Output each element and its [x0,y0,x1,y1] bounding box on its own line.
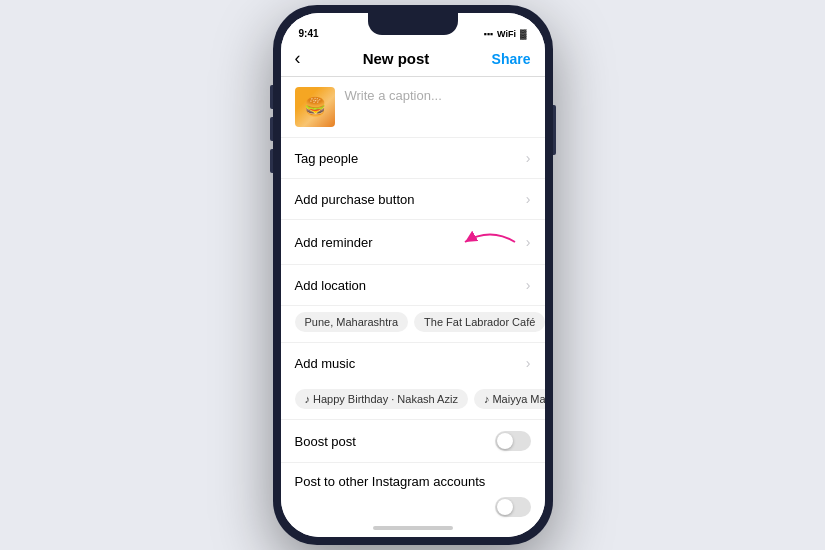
wifi-icon: WiFi [497,29,516,39]
music-track-1: Happy Birthday · Nakash Aziz [313,393,458,405]
home-indicator [281,519,545,537]
page-title: New post [363,50,430,67]
music-note-icon-1: ♪ [305,393,311,405]
tag-people-row[interactable]: Tag people › [281,138,545,179]
post-instagram-sub-row[interactable] [281,493,545,519]
boost-post-label: Boost post [295,434,356,449]
tag-people-chevron: › [526,150,531,166]
status-icons: ▪▪▪ WiFi ▓ [483,29,526,39]
caption-input[interactable]: Write a caption... [345,87,531,105]
tag-people-label: Tag people [295,151,359,166]
notch [368,13,458,35]
back-button[interactable]: ‹ [295,48,301,69]
add-music-section: Add music › ♪ Happy Birthday · Nakash Az… [281,343,545,420]
add-reminder-label: Add reminder [295,235,373,250]
boost-post-row[interactable]: Boost post [281,420,545,463]
location-tag-2[interactable]: The Fat Labrador Café [414,312,544,332]
music-tags-row: ♪ Happy Birthday · Nakash Aziz ♪ Maiyya … [281,383,545,419]
signal-icon: ▪▪▪ [483,29,493,39]
music-chip-2[interactable]: ♪ Maiyya Mainu... [474,389,545,409]
share-button[interactable]: Share [492,51,531,67]
battery-icon: ▓ [520,29,527,39]
post-instagram-label: Post to other Instagram accounts [295,474,486,489]
music-note-icon-2: ♪ [484,393,490,405]
post-instagram-toggle[interactable] [495,497,531,517]
post-thumbnail: 🍔 [295,87,335,127]
add-location-label: Add location [295,278,367,293]
add-location-chevron: › [526,277,531,293]
add-purchase-label: Add purchase button [295,192,415,207]
post-instagram-row[interactable]: Post to other Instagram accounts [281,463,545,493]
add-purchase-chevron: › [526,191,531,207]
add-music-label: Add music [295,356,356,371]
home-bar [373,526,453,530]
content-area: 🍔 Write a caption... Tag people › Add pu… [281,77,545,519]
status-time: 9:41 [299,28,319,39]
location-tag-1[interactable]: Pune, Maharashtra [295,312,409,332]
boost-post-toggle[interactable] [495,431,531,451]
thumbnail-image: 🍔 [304,96,326,118]
add-location-row[interactable]: Add location › [281,265,545,306]
add-purchase-row[interactable]: Add purchase button › [281,179,545,220]
add-reminder-chevron: › [526,234,531,250]
add-music-row[interactable]: Add music › [281,343,545,383]
add-reminder-row[interactable]: Add reminder › [281,220,545,265]
caption-row[interactable]: 🍔 Write a caption... [281,77,545,138]
add-music-chevron: › [526,355,531,371]
music-track-2: Maiyya Mainu... [492,393,544,405]
music-chip-1[interactable]: ♪ Happy Birthday · Nakash Aziz [295,389,468,409]
location-tags-row: Pune, Maharashtra The Fat Labrador Café … [281,306,545,343]
nav-bar: ‹ New post Share [281,41,545,77]
reminder-arrow-icon [460,232,520,252]
